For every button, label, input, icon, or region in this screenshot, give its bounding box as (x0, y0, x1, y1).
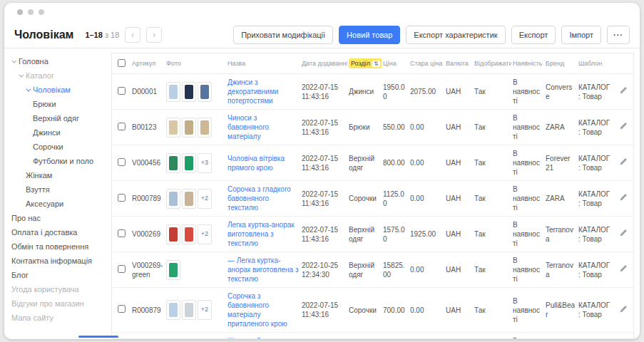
column-header[interactable]: Фото (165, 53, 226, 74)
sidebar-item-label: Взуття (26, 182, 50, 197)
delete-icon[interactable] (633, 229, 634, 239)
row-checkbox[interactable] (118, 229, 126, 237)
sidebar-item[interactable]: Футболки и поло (11, 154, 110, 168)
edit-icon[interactable] (619, 193, 628, 204)
product-name-link[interactable]: — Легка куртка-анорак виготовлена з текс… (228, 256, 299, 283)
old-price-cell: 0.00 (409, 110, 444, 145)
sidebar-item[interactable]: Сорочки (11, 140, 110, 154)
date-value: 2022-07-15 (302, 83, 346, 92)
sidebar-item[interactable]: Брюки (11, 97, 110, 111)
template-cell: КАТАЛОГ: Товар (577, 145, 613, 181)
more-photos-badge[interactable]: +2 (198, 300, 212, 320)
traffic-light-maximize-icon[interactable] (39, 9, 44, 15)
sidebar-item[interactable]: Верхній одяг (11, 111, 110, 125)
product-name-link[interactable]: Легка куртка-анорак виготовлена з тексти… (228, 221, 295, 247)
sidebar-item[interactable]: Взуття (11, 182, 110, 197)
more-actions-button[interactable]: ··· (607, 26, 630, 44)
article-cell: R000789 (131, 181, 165, 217)
sidebar-item-label: Мапа сайту (11, 311, 53, 325)
delete-icon[interactable] (633, 305, 634, 316)
pagination-prev-button[interactable]: ‹ (125, 27, 140, 43)
date-cell: 2022-07-1511:43:16 (300, 145, 347, 181)
article-cell: D00001 (131, 74, 165, 110)
column-header[interactable]: Валюта (444, 53, 473, 74)
product-thumbnail (182, 300, 196, 320)
sidebar-item-label: Аксесуари (26, 197, 63, 211)
horizontal-scrollbar-thumb[interactable] (78, 336, 118, 338)
column-header[interactable]: Ціна (382, 53, 409, 74)
sidebar-item[interactable]: Головна (11, 54, 110, 68)
sidebar-item-label: Відгуки про магазин (11, 296, 84, 311)
delete-icon[interactable] (633, 264, 634, 275)
garment-shape (169, 227, 178, 242)
delete-icon[interactable] (633, 157, 634, 168)
new-product-button[interactable]: Новий товар (339, 26, 400, 44)
column-header[interactable]: Дата додавання (300, 53, 347, 74)
display-cell: Так (473, 333, 511, 340)
column-header[interactable]: Наявність (511, 53, 544, 74)
row-checkbox[interactable] (118, 87, 126, 95)
pagination-next-button[interactable]: › (146, 27, 162, 43)
more-photos-badge[interactable]: +3 (198, 153, 212, 173)
delete-icon[interactable] (633, 122, 634, 133)
edit-icon[interactable] (619, 305, 628, 316)
product-name-link[interactable]: Штани з бавовняного матеріалу прямого кр… (228, 337, 298, 339)
photo-cell: +2 (165, 217, 226, 252)
traffic-light-close-icon[interactable] (17, 9, 23, 15)
sidebar-item[interactable]: Блог (11, 268, 110, 282)
edit-icon[interactable] (619, 264, 628, 275)
column-header[interactable]: Бренд (544, 53, 577, 74)
column-header[interactable]: Назва (226, 53, 300, 74)
table-row: D00001Джинси з декоративними потертостям… (112, 74, 634, 110)
edit-icon[interactable] (619, 229, 628, 239)
sidebar-item[interactable]: Контактна інформація (11, 254, 110, 268)
export-characteristics-button[interactable]: Експорт характеристик (406, 26, 505, 44)
edit-icon[interactable] (619, 86, 628, 97)
product-name-link[interactable]: Джинси з декоративними потертостями (228, 78, 278, 105)
column-header[interactable]: Розділ⇅ (347, 53, 382, 74)
photo-cell (165, 110, 226, 145)
row-checkbox[interactable] (118, 158, 126, 166)
row-checkbox[interactable] (118, 265, 126, 273)
hide-modifications-button[interactable]: Приховати модифікації (233, 26, 333, 44)
sidebar-item[interactable]: Джинси (11, 125, 110, 140)
sidebar-item[interactable]: Обмін та повернення (11, 239, 110, 254)
brand-cell: ZARA (544, 110, 577, 145)
sidebar-item[interactable]: Відгуки про магазин (11, 296, 110, 311)
sidebar-item[interactable]: Жінкам (11, 168, 110, 182)
edit-icon[interactable] (619, 157, 628, 168)
column-header[interactable]: Артикул (131, 53, 165, 74)
sidebar-item[interactable]: Про нас (11, 211, 110, 225)
sidebar-item[interactable]: Аксесуари (11, 197, 110, 211)
sidebar-item-label: Футболки и поло (33, 154, 93, 168)
sidebar-item[interactable]: Чоловікам (11, 83, 110, 97)
column-header[interactable]: Шаблон (577, 53, 613, 74)
delete-icon[interactable] (633, 86, 634, 97)
sort-icon[interactable]: ⇅ (372, 61, 380, 67)
column-header[interactable]: Стара ціна (409, 53, 444, 74)
product-name-link[interactable]: Сорочка з гладкого бавовняного текстилю (228, 185, 291, 212)
row-checkbox[interactable] (118, 123, 126, 130)
column-header[interactable]: Відображати (473, 53, 511, 74)
select-all-checkbox[interactable] (118, 59, 126, 67)
traffic-light-minimize-icon[interactable] (28, 9, 34, 15)
more-photos-badge[interactable]: +2 (198, 189, 212, 209)
sidebar-item[interactable]: Угода користувача (11, 282, 110, 296)
export-button[interactable]: Експорт (511, 26, 556, 44)
more-photos-badge[interactable]: +2 (198, 224, 212, 244)
row-checkbox[interactable] (118, 194, 126, 202)
product-name-link[interactable]: Сорочка з бавовняного матеріалу притален… (228, 292, 287, 328)
delete-icon[interactable] (633, 193, 634, 204)
date-cell: 2022-07-1511:43:16 (300, 74, 347, 110)
edit-icon[interactable] (619, 122, 628, 133)
product-name-link[interactable]: Чиноси з бавовняного матеріалу (228, 114, 269, 140)
import-button[interactable]: Імпорт (561, 26, 601, 44)
sidebar-item[interactable]: Каталог (11, 68, 110, 83)
app-window: Чоловікам 1–18 з 18 ‹ › Приховати модифі… (4, 3, 640, 339)
product-name-link[interactable]: Чоловіча вітрівка прямого крою (228, 155, 285, 172)
content-area: ГоловнаКаталогЧоловікамБрюкиВерхній одяг… (4, 48, 640, 339)
sidebar-item[interactable]: Оплата і доставка (11, 225, 110, 239)
template-cell: КАТАЛОГ: Товар (577, 288, 613, 333)
row-checkbox[interactable] (118, 305, 126, 313)
sidebar-item[interactable]: Мапа сайту (11, 311, 110, 325)
